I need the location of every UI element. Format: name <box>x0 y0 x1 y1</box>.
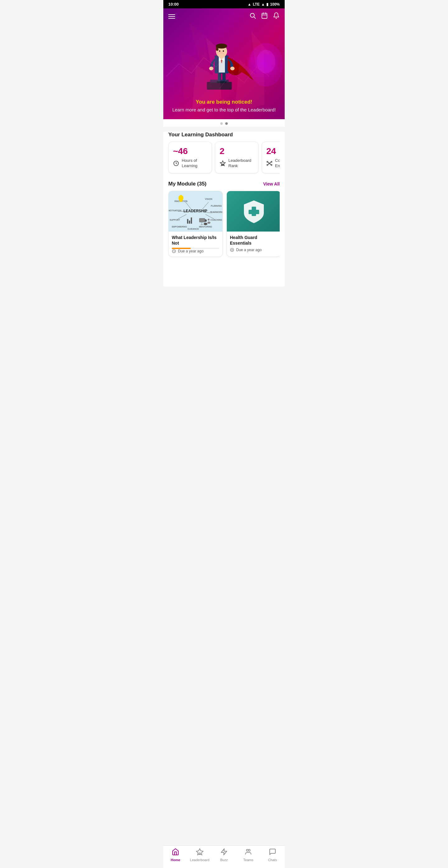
search-button[interactable] <box>249 12 256 21</box>
svg-text:VISION: VISION <box>205 198 212 200</box>
play-due-icon <box>230 248 234 252</box>
svg-rect-5 <box>262 13 267 18</box>
hero-nav <box>163 8 285 24</box>
health-card-title: Health Guard Essentials <box>230 235 278 246</box>
svg-text:GUIDANCE: GUIDANCE <box>188 228 199 230</box>
svg-line-39 <box>270 162 271 163</box>
svg-marker-76 <box>232 249 233 251</box>
courses-label: CoursesEnrolled <box>275 158 280 169</box>
svg-text:LEADERSHIP: LEADERSHIP <box>184 209 207 213</box>
health-card-image <box>227 191 280 231</box>
svg-rect-69 <box>199 218 205 222</box>
health-card-body: Health Guard Essentials Due a year ago <box>227 231 280 255</box>
svg-rect-63 <box>189 220 190 223</box>
pagination-dots <box>163 119 285 127</box>
network-icon <box>266 160 273 166</box>
battery-icon: ▮ <box>266 2 268 6</box>
view-all-button[interactable]: View All <box>263 181 280 186</box>
medal-icon <box>220 160 226 166</box>
signal-bars-icon: ▲ <box>261 2 265 6</box>
svg-point-37 <box>271 164 272 165</box>
svg-line-4 <box>254 17 255 18</box>
svg-point-54 <box>179 195 184 201</box>
svg-point-34 <box>267 161 268 162</box>
svg-text:MENTORING: MENTORING <box>199 226 212 228</box>
dot-1[interactable] <box>220 122 223 125</box>
status-bar: 10:00 ▲ LTE ▲ ▮ 100% <box>163 0 285 8</box>
dashboard-cards-container: ~46 Hours ofLearning 2 <box>168 142 280 175</box>
svg-rect-74 <box>249 210 259 214</box>
svg-point-68 <box>207 222 211 224</box>
hero-text-area: You are being noticed! Learn more and ge… <box>163 96 285 119</box>
health-shield-icon <box>242 199 266 224</box>
hero-section: You are being noticed! Learn more and ge… <box>163 8 285 119</box>
leaderboard-rank-card: 2 LeaderboardRank <box>215 142 259 173</box>
module-card-health[interactable]: Health Guard Essentials Due a year ago <box>226 191 280 257</box>
svg-line-41 <box>270 164 271 165</box>
svg-rect-62 <box>187 219 188 223</box>
status-icons: ▲ LTE ▲ ▮ 100% <box>248 2 280 6</box>
svg-text:TEAMWORK: TEAMWORK <box>210 211 222 213</box>
leadership-card-title: What Leadership Is/Is Not <box>172 235 219 246</box>
hero-glow-decoration <box>247 42 279 86</box>
signal-label: LTE <box>253 2 260 6</box>
hours-label: Hours ofLearning <box>182 158 197 169</box>
notification-button[interactable] <box>273 12 280 21</box>
hours-number: ~46 <box>173 146 207 156</box>
svg-rect-55 <box>180 200 182 202</box>
rank-card-bottom: LeaderboardRank <box>220 158 254 169</box>
module-cards-container: LEADERSHIP INNOVATION VISION PLANNING MO… <box>168 191 280 262</box>
rank-number: 2 <box>220 146 254 156</box>
hours-of-learning-card: ~46 Hours ofLearning <box>168 142 212 173</box>
svg-text:SUPPORT: SUPPORT <box>169 218 180 221</box>
svg-rect-64 <box>191 218 192 224</box>
hero-headline: You are being noticed! <box>169 99 279 105</box>
courses-enrolled-card: 24 CoursesEnrolled <box>262 142 280 173</box>
hamburger-menu-button[interactable] <box>168 14 175 19</box>
health-due-date: Due a year ago <box>230 248 278 255</box>
time-display: 10:00 <box>168 2 179 6</box>
wifi-icon: ▲ <box>248 2 251 6</box>
leadership-illustration: LEADERSHIP INNOVATION VISION PLANNING MO… <box>169 191 222 231</box>
module-section-title: My Module (35) <box>168 181 206 187</box>
health-due-label: Due a year ago <box>236 248 262 252</box>
svg-text:PLANNING: PLANNING <box>211 205 222 207</box>
battery-level: 100% <box>270 2 280 6</box>
svg-point-36 <box>267 164 268 165</box>
svg-line-38 <box>268 162 269 163</box>
leadership-due-date: Due a year ago <box>172 249 219 256</box>
leadership-card-body: What Leadership Is/Is Not Due a year ago <box>169 231 222 256</box>
clock-icon <box>173 160 179 166</box>
dashboard-title: Your Learning Dashboard <box>168 132 280 138</box>
calendar-button[interactable] <box>261 12 268 21</box>
rank-label: LeaderboardRank <box>228 158 251 169</box>
svg-point-33 <box>269 163 270 164</box>
svg-text:EMPOWERING: EMPOWERING <box>172 226 187 228</box>
svg-text:COACHING: COACHING <box>211 218 222 221</box>
module-card-leadership[interactable]: LEADERSHIP INNOVATION VISION PLANNING MO… <box>168 191 223 257</box>
clock-due-icon <box>172 249 176 253</box>
courses-card-bottom: CoursesEnrolled <box>266 158 280 169</box>
courses-number: 24 <box>266 146 280 156</box>
dot-2[interactable] <box>225 122 228 125</box>
svg-line-40 <box>268 164 269 165</box>
svg-point-67 <box>208 219 210 221</box>
hero-subtext: Learn more and get to the top of the Lea… <box>169 106 279 113</box>
main-content: Your Learning Dashboard ~46 Hours ofLear… <box>163 132 285 287</box>
leadership-due-label: Due a year ago <box>178 249 203 253</box>
hours-card-bottom: Hours ofLearning <box>173 158 207 169</box>
leadership-card-image: LEADERSHIP INNOVATION VISION PLANNING MO… <box>169 191 222 231</box>
module-section-header: My Module (35) View All <box>168 181 280 187</box>
hero-nav-actions <box>249 12 280 21</box>
svg-marker-31 <box>220 161 226 166</box>
svg-point-66 <box>204 222 207 225</box>
svg-point-35 <box>271 161 272 162</box>
